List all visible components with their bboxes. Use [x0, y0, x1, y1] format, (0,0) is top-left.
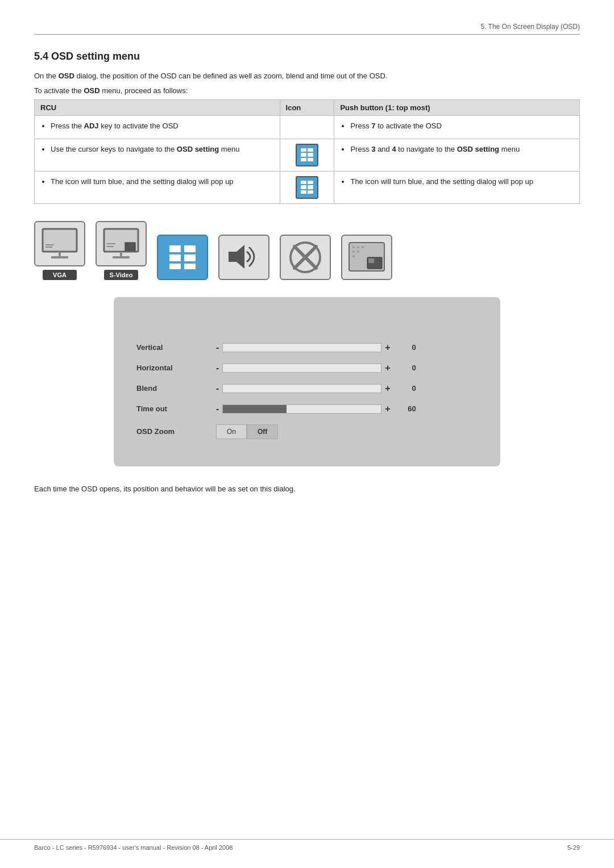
osd-value-timeout: 60: [396, 404, 416, 413]
svg-point-26: [357, 251, 359, 253]
svg-rect-15: [169, 264, 181, 269]
osd-zoom-on-button[interactable]: On: [216, 424, 247, 439]
vga-svg: [40, 227, 80, 261]
osd-dialog-title: [136, 314, 478, 343]
osd-minus-blend[interactable]: -: [216, 383, 219, 394]
svg-rect-8: [113, 256, 130, 258]
osd-slider-timeout[interactable]: [222, 404, 381, 414]
svideo-svg: [101, 227, 141, 261]
osd-label-timeout: Time out: [136, 404, 216, 413]
icons-row: VGA S-Video: [34, 221, 580, 280]
svg-rect-6: [125, 243, 135, 251]
svg-rect-16: [184, 264, 196, 269]
nav-table: RCU Icon Push button (1: top most) Press…: [34, 99, 580, 204]
rcu-cell-1: Press the ADJ key to activate the OSD: [35, 116, 280, 139]
osd-slider-blend[interactable]: [222, 384, 381, 393]
osd-row-blend: Blend - + 0: [136, 383, 478, 394]
intro-text-1: On the OSD dialog, the position of the O…: [34, 70, 580, 82]
osd-row-zoom: OSD Zoom On Off: [136, 424, 478, 439]
rcu-cell-2: Use the cursor keys to navigate to the O…: [35, 139, 280, 171]
osd-icon-blue: [296, 176, 318, 199]
osd-icon-grid: [301, 148, 313, 162]
section-title: 5.4 OSD setting menu: [34, 51, 580, 62]
osd-row-vertical: Vertical - + 0: [136, 343, 478, 353]
osd-icon: [296, 144, 318, 166]
osd-row-horizontal: Horizontal - + 0: [136, 363, 478, 373]
osd-slider-vertical[interactable]: [222, 343, 381, 352]
speaker-icon-box: [218, 235, 269, 280]
icon-wrapper-x: [280, 235, 331, 280]
icon-cell-2: [280, 139, 334, 171]
osd-label-blend: Blend: [136, 384, 216, 393]
rcu-cell-3: The icon will turn blue, and the setting…: [35, 171, 280, 203]
table-row: Use the cursor keys to navigate to the O…: [35, 139, 580, 171]
icon-cell-1: [280, 116, 334, 139]
page-footer: Barco - LC series - R5976934 - user's ma…: [0, 839, 614, 851]
svg-rect-12: [184, 245, 196, 252]
col-header-rcu: RCU: [35, 100, 280, 116]
vga-label: VGA: [43, 270, 77, 280]
osd-value-vertical: 0: [396, 343, 416, 352]
table-row: Press the ADJ key to activate the OSD Pr…: [35, 116, 580, 139]
osd-value-blend: 0: [396, 384, 416, 393]
svg-rect-29: [368, 258, 374, 263]
x-icon-box: [280, 235, 331, 280]
icon-wrapper-pip: [341, 235, 392, 280]
svg-rect-0: [43, 229, 77, 252]
osd-dialog: Vertical - + 0 Horizontal - + 0 Blend - …: [114, 297, 500, 466]
col-header-icon: Icon: [280, 100, 334, 116]
svg-point-22: [352, 246, 355, 248]
osd-slider-horizontal[interactable]: [222, 364, 381, 373]
svg-rect-11: [169, 245, 181, 252]
icon-wrapper-svideo: S-Video: [96, 221, 147, 280]
svg-point-24: [362, 246, 364, 248]
col-header-push: Push button (1: top most): [334, 100, 580, 116]
osd-plus-vertical[interactable]: +: [385, 343, 390, 353]
pip-svg: [347, 240, 387, 274]
icon-cell-3: [280, 171, 334, 203]
push-cell-2: Press 3 and 4 to navigate to the OSD set…: [334, 139, 580, 171]
osd-plus-blend[interactable]: +: [385, 383, 390, 394]
x-svg: [285, 240, 325, 274]
footer-left: Barco - LC series - R5976934 - user's ma…: [34, 844, 233, 851]
osd-label-vertical: Vertical: [136, 343, 216, 352]
icon-wrapper-vga: VGA: [34, 221, 85, 280]
osd-value-horizontal: 0: [396, 364, 416, 372]
osd-minus-timeout[interactable]: -: [216, 404, 219, 414]
svg-rect-13: [169, 254, 181, 261]
icon-wrapper-speaker: [218, 235, 269, 280]
table-row: The icon will turn blue, and the setting…: [35, 171, 580, 203]
svg-marker-17: [229, 245, 244, 269]
osd-grid-svg: [168, 244, 197, 270]
footer-right: 5-29: [567, 844, 580, 851]
osd-fill-timeout: [223, 405, 286, 413]
osd-icon-box-large: [157, 235, 208, 280]
osd-zoom-off-button[interactable]: Off: [247, 424, 278, 439]
push-cell-3: The icon will turn blue, and the setting…: [334, 171, 580, 203]
osd-icon-grid-2: [301, 181, 313, 194]
icon-wrapper-osd: [157, 235, 208, 280]
osd-row-timeout: Time out - + 60: [136, 404, 478, 414]
vga-icon-box: [34, 221, 85, 266]
osd-label-zoom: OSD Zoom: [136, 427, 216, 436]
svg-rect-14: [184, 254, 196, 261]
osd-minus-horizontal[interactable]: -: [216, 363, 219, 373]
svg-point-27: [352, 255, 355, 257]
pip-icon-box: [341, 235, 392, 280]
push-cell-1: Press 7 to activate the OSD: [334, 116, 580, 139]
osd-minus-vertical[interactable]: -: [216, 343, 219, 353]
page-header: 5. The On Screen Display (OSD): [34, 23, 580, 35]
header-title: 5. The On Screen Display (OSD): [480, 23, 580, 31]
svideo-icon-box: [96, 221, 147, 266]
svg-point-23: [357, 246, 359, 248]
speaker-svg: [224, 241, 264, 273]
intro-text-2: To activate the OSD menu, proceed as fol…: [34, 85, 580, 97]
svg-point-25: [352, 251, 355, 253]
footer-text: Each time the OSD opens, its position an…: [34, 483, 580, 495]
osd-label-horizontal: Horizontal: [136, 364, 216, 372]
osd-zoom-buttons: On Off: [216, 424, 278, 439]
svg-rect-2: [51, 256, 68, 258]
osd-plus-horizontal[interactable]: +: [385, 363, 390, 373]
svideo-label: S-Video: [104, 270, 139, 280]
osd-plus-timeout[interactable]: +: [385, 404, 390, 414]
